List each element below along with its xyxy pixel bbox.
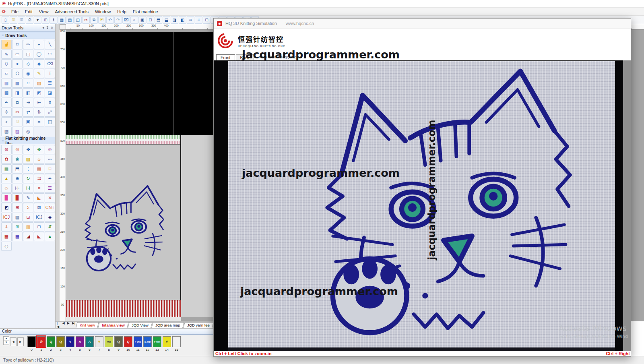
machine-tool-button[interactable]: ✎ [23, 193, 33, 203]
menu-item[interactable]: Edit [22, 8, 36, 15]
machine-tool-button[interactable]: ▲ [45, 232, 55, 241]
draw-tool-button[interactable]: ▩ [1, 88, 12, 97]
machine-tool-button[interactable]: ▤ [23, 155, 33, 164]
draw-tool-button[interactable]: T [45, 69, 55, 78]
toolbar-button[interactable]: ⌺ [10, 16, 17, 24]
draw-tool-button[interactable]: ⇤ [34, 98, 44, 107]
machine-tool-button[interactable]: I·I [23, 184, 33, 193]
draw-tool-button[interactable]: ∷ [23, 79, 33, 88]
color-swatch[interactable]: ⌾ [37, 336, 45, 347]
machine-tool-button[interactable]: ✿ [1, 155, 12, 164]
menu-item[interactable]: Help [114, 8, 130, 15]
draw-tool-button[interactable]: ☝ [1, 40, 12, 49]
color-swatch[interactable]: P-2ND [134, 336, 142, 347]
draw-tool-button[interactable]: ⌫ [45, 59, 55, 68]
machine-tool-button[interactable]: ⌗ [34, 184, 44, 193]
color-swatch[interactable]: A [85, 336, 94, 347]
color-spinner[interactable]: ▲ ▼ [3, 336, 9, 345]
machine-tool-button[interactable]: ▥ [23, 222, 33, 232]
draw-tool-button[interactable]: ◯ [34, 50, 44, 59]
draw-tool-button[interactable]: ◉ [23, 69, 33, 78]
machine-tool-button[interactable]: ▲ [1, 174, 12, 183]
view-tab[interactable]: JQD yarn fee [183, 322, 213, 328]
machine-tool-button[interactable]: ▦ [12, 232, 23, 241]
toolbar-button[interactable]: ⬒ [155, 16, 162, 24]
draw-tool-button[interactable]: ▣ [23, 117, 33, 126]
machine-tool-button[interactable]: ↻ [23, 174, 33, 183]
draw-tool-button[interactable]: ◎ [23, 127, 33, 136]
spinner-up-icon[interactable]: ▲ [4, 337, 9, 341]
tab-nav-button[interactable]: ◀ [61, 321, 66, 328]
view-tab[interactable]: JQD area map [152, 322, 184, 328]
machine-tool-button[interactable]: ◇ [1, 184, 12, 193]
machine-tool-button[interactable]: ▦ [1, 232, 12, 241]
draw-tool-button[interactable]: ◫ [45, 117, 55, 126]
draw-tool-button[interactable]: ● [12, 59, 23, 68]
draw-tool-button[interactable]: ⤢ [45, 108, 55, 117]
spinner-down-icon[interactable]: ▼ [4, 341, 9, 345]
toolbar-button[interactable]: ↷ [114, 16, 122, 24]
machine-tool-button[interactable]: ◢ [23, 232, 33, 241]
machine-tool-button[interactable]: ⊕ [12, 174, 23, 183]
chevron-down-icon[interactable]: ▾ [42, 26, 44, 30]
color-swatch[interactable] [172, 336, 181, 347]
toolbar-button[interactable]: ⊟ [203, 16, 211, 24]
draw-tool-button[interactable]: ⇄ [23, 108, 33, 117]
machine-tool-button[interactable]: ⇓ [1, 222, 12, 232]
color-swatch[interactable]: S-2ND [143, 336, 152, 347]
draw-tool-button[interactable]: ⇅ [34, 108, 44, 117]
sim-canvas[interactable] [214, 60, 631, 351]
machine-tool-button[interactable]: ◣ [34, 232, 44, 241]
toolbar-button[interactable]: ◧ [179, 16, 186, 24]
color-swatch[interactable]: A [76, 336, 84, 347]
draw-tool-button[interactable]: ◪ [45, 88, 55, 97]
draw-tool-button[interactable]: ▢ [23, 50, 33, 59]
toolbar-button[interactable]: ⎙ [26, 16, 33, 24]
draw-tool-button[interactable]: ∿ [1, 50, 12, 59]
machine-tool-button[interactable]: CNT [45, 203, 55, 212]
draw-tool-button[interactable]: ⇕ [45, 98, 55, 107]
machine-tool-button[interactable]: ⇵ [45, 222, 55, 232]
machine-tool-button[interactable]: ⇉ [34, 174, 44, 183]
color-swatch[interactable]: Q [56, 336, 65, 347]
machine-tool-button[interactable]: ♨ [34, 155, 44, 164]
color-swatch[interactable]: Q [114, 336, 123, 347]
machine-tool-button[interactable]: ◈ [45, 213, 55, 222]
draw-tool-button[interactable]: ▥ [1, 79, 12, 88]
toolbar-button[interactable]: ⬓ [163, 16, 170, 24]
machine-tool-button[interactable]: ▤ [12, 213, 23, 222]
toolbar-button[interactable]: ↶ [106, 16, 114, 24]
machine-tool-button[interactable]: ✒ [45, 174, 55, 183]
machine-tool-button[interactable]: ⊟ [34, 222, 44, 232]
toolbar-button[interactable]: ⊡ [147, 16, 154, 24]
machine-tool-button[interactable]: ⌸ [45, 164, 55, 174]
machine-tool-button[interactable]: ▦ [34, 164, 44, 174]
toolbar-button[interactable]: ▣ [138, 16, 146, 24]
toolbar-button[interactable]: ≋ [187, 16, 194, 24]
draw-tool-button[interactable]: ⌕ [1, 117, 12, 126]
draw-tool-button[interactable]: ⌺ [12, 117, 23, 126]
close-icon[interactable]: ✕ [50, 26, 54, 30]
machine-tool-button[interactable]: ☰ [45, 184, 55, 193]
menu-item[interactable]: Window [92, 8, 114, 15]
machine-tool-button[interactable]: ❊ [45, 145, 55, 154]
draw-tool-button[interactable]: ⬡ [12, 69, 23, 78]
tab-nav-button[interactable]: ▶ [66, 321, 71, 328]
toolbar-button[interactable]: ⌧ [122, 16, 130, 24]
machine-tool-button[interactable]: ⊞ [12, 222, 23, 232]
draw-tool-button[interactable]: ╲ [45, 40, 55, 49]
machine-tool-button[interactable]: ◎ [1, 242, 12, 251]
machine-tool-button[interactable]: ⊠ [34, 203, 44, 212]
tab-nav-button[interactable]: |◀ [56, 321, 61, 328]
sim-titlebar[interactable]: ◉ HQ 3D Knitting Simulation www.hqcnc.cn [214, 19, 631, 29]
machine-tool-button[interactable]: ICJ [34, 213, 44, 222]
machine-tool-button[interactable]: ICJ [1, 213, 12, 222]
view-tab[interactable]: Intarsia view [98, 322, 129, 328]
toolbar-button[interactable]: ⌕ [130, 16, 138, 24]
machine-tool-button[interactable]: ⊡ [23, 213, 33, 222]
machine-tool-button[interactable]: Σ [23, 203, 33, 212]
draw-tool-button[interactable]: ✎ [34, 69, 44, 78]
swatch-next-button[interactable]: ▶ [17, 337, 24, 346]
machine-tool-button[interactable]: ◣ [34, 193, 44, 203]
draw-tool-button[interactable]: ⬯ [1, 59, 12, 68]
